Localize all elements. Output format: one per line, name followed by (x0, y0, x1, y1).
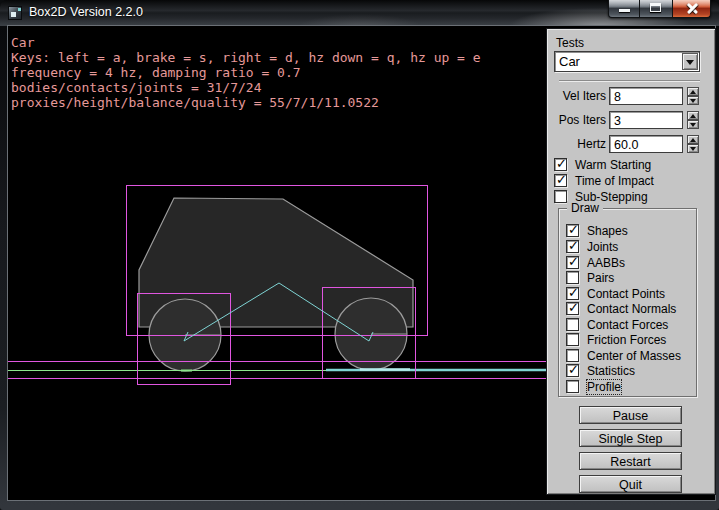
stat-line-bodies: bodies/contacts/joints = 31/7/24 (11, 80, 261, 95)
checkbox-box (554, 190, 567, 203)
spinner-down-icon[interactable] (687, 96, 699, 105)
checkbox-box (566, 271, 579, 284)
pos-iters-row: Pos Iters 3 (547, 111, 715, 129)
pos-iters-label: Pos Iters (547, 113, 606, 127)
checkbox-box (554, 158, 567, 171)
checkbox-box (566, 287, 579, 300)
hertz-field[interactable]: 60.0 (609, 135, 683, 153)
checkbox-label: Joints (587, 240, 618, 254)
checkbox-box (566, 380, 579, 393)
maximize-icon (650, 3, 661, 12)
stat-line-proxies: proxies/height/balance/quality = 55/7/1/… (11, 95, 379, 110)
restart-button[interactable]: Restart (579, 452, 682, 470)
spinner-down-icon[interactable] (687, 144, 699, 153)
spinner-down-icon[interactable] (687, 120, 699, 129)
checkbox-box (566, 240, 579, 253)
tests-dropdown[interactable]: Car (554, 51, 700, 72)
vel-iters-field[interactable]: 8 (609, 87, 683, 105)
pos-iters-spinner (687, 111, 699, 129)
contact-point (181, 370, 192, 372)
single-step-button[interactable]: Single Step (579, 429, 682, 447)
chevron-down-icon (686, 60, 694, 65)
spinner-up-icon[interactable] (687, 87, 699, 96)
checkbox-label: Center of Masses (587, 349, 681, 363)
checkbox-box (566, 256, 579, 269)
checkbox-box (566, 318, 579, 331)
stat-line-frequency: frequency = 4 hz, damping ratio = 0.7 (11, 65, 301, 80)
stat-line-keys: Keys: left = a, brake = s, right = d, hz… (11, 50, 481, 65)
vel-iters-spinner (687, 87, 699, 105)
checkbox-box (566, 302, 579, 315)
checkbox-label: Profile (587, 380, 621, 394)
titlebar[interactable]: Box2D Version 2.2.0 (0, 0, 719, 26)
vel-iters-label: Vel Iters (547, 89, 606, 103)
tests-label: Tests (556, 36, 584, 50)
spinner-up-icon[interactable] (687, 135, 699, 144)
checkbox-label: Friction Forces (587, 333, 666, 347)
hertz-label: Hertz (547, 137, 606, 151)
checkbox-label: Contact Forces (587, 318, 668, 332)
checkbox-box (566, 364, 579, 377)
checkbox-box (566, 349, 579, 362)
close-button[interactable] (672, 0, 711, 18)
checkbox-box (566, 224, 579, 237)
pause-button[interactable]: Pause (579, 406, 682, 424)
checkbox-label: AABBs (587, 256, 625, 270)
minimize-icon (619, 9, 630, 12)
checkbox-box (554, 174, 567, 187)
quit-button[interactable]: Quit (579, 475, 682, 493)
caption-buttons (608, 0, 711, 18)
maximize-button[interactable] (640, 0, 672, 18)
checkbox-label: Pairs (587, 271, 614, 285)
dropdown-arrow-button[interactable] (682, 53, 698, 70)
checkbox-label: Contact Points (587, 287, 665, 301)
checkbox-label: Warm Starting (575, 158, 651, 172)
vel-iters-row: Vel Iters 8 (547, 87, 715, 105)
pos-iters-field[interactable]: 3 (609, 111, 683, 129)
tests-dropdown-value: Car (559, 54, 580, 69)
window-title: Box2D Version 2.2.0 (29, 5, 143, 19)
hertz-row: Hertz 60.0 (547, 135, 715, 153)
control-panel: Tests Car Vel Iters 8 Pos Iters 3 (547, 29, 715, 494)
minimize-button[interactable] (608, 0, 640, 18)
app-icon (8, 6, 22, 20)
checkbox-label: Shapes (587, 224, 628, 238)
app-window: Box2D Version 2.2.0 (0, 0, 719, 510)
checkbox-label: Contact Normals (587, 302, 676, 316)
draw-group-title: Draw (567, 201, 603, 215)
gl-viewport: Car Keys: left = a, brake = s, right = d… (8, 26, 715, 500)
checkbox-label: Statistics (587, 364, 635, 378)
checkbox-label: Time of Impact (575, 174, 654, 188)
spinner-up-icon[interactable] (687, 111, 699, 120)
separator (559, 80, 700, 82)
checkbox-box (566, 333, 579, 346)
hertz-spinner (687, 135, 699, 153)
stat-line-test-name: Car (11, 35, 34, 50)
